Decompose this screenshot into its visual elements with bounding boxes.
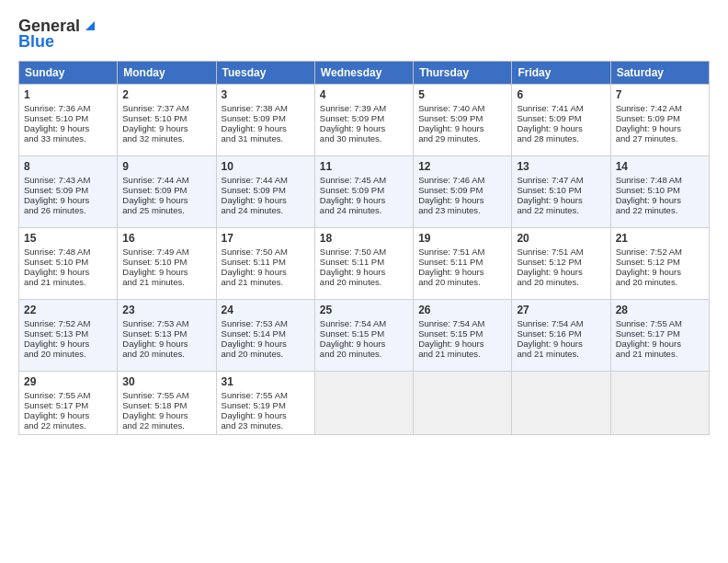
day-detail: Daylight: 9 hours	[24, 410, 112, 420]
day-detail: Sunset: 5:11 PM	[222, 257, 310, 267]
day-number: 4	[320, 88, 408, 101]
day-detail: Sunrise: 7:51 AM	[517, 247, 605, 257]
day-detail: Sunrise: 7:38 AM	[222, 103, 310, 113]
day-detail: Sunrise: 7:51 AM	[418, 247, 506, 257]
day-number: 29	[24, 375, 112, 388]
day-detail: Sunset: 5:12 PM	[616, 257, 704, 267]
day-detail: and 22 minutes.	[517, 205, 605, 215]
calendar-cell: 24Sunrise: 7:53 AMSunset: 5:14 PMDayligh…	[216, 300, 314, 372]
day-detail: Sunrise: 7:54 AM	[320, 318, 408, 328]
day-detail: Sunrise: 7:37 AM	[122, 103, 210, 113]
day-detail: Sunrise: 7:50 AM	[222, 247, 310, 257]
calendar-cell: 25Sunrise: 7:54 AMSunset: 5:15 PMDayligh…	[314, 300, 413, 372]
day-number: 28	[616, 304, 704, 316]
day-detail: Sunrise: 7:45 AM	[320, 175, 408, 185]
day-detail: Sunset: 5:17 PM	[616, 328, 704, 339]
day-detail: and 31 minutes.	[222, 133, 310, 144]
day-detail: Sunset: 5:13 PM	[122, 328, 210, 339]
day-detail: and 21 minutes.	[122, 277, 210, 287]
day-detail: Sunrise: 7:55 AM	[222, 390, 310, 400]
calendar-cell: 28Sunrise: 7:55 AMSunset: 5:17 PMDayligh…	[610, 300, 709, 372]
day-detail: Sunrise: 7:42 AM	[616, 103, 704, 113]
day-number: 19	[418, 232, 506, 245]
day-detail: Daylight: 9 hours	[222, 267, 310, 277]
day-number: 6	[517, 88, 605, 101]
day-detail: Daylight: 9 hours	[418, 195, 506, 205]
calendar-cell: 19Sunrise: 7:51 AMSunset: 5:11 PMDayligh…	[414, 228, 512, 300]
day-number: 23	[122, 304, 210, 316]
logo-blue: Blue	[18, 32, 54, 52]
day-detail: Sunset: 5:10 PM	[122, 113, 210, 123]
day-detail: Sunrise: 7:53 AM	[222, 318, 310, 328]
day-detail: Sunset: 5:19 PM	[222, 400, 310, 410]
day-detail: and 21 minutes.	[24, 277, 112, 287]
day-detail: Sunrise: 7:46 AM	[418, 175, 506, 185]
logo: General Blue	[18, 17, 98, 52]
day-detail: and 21 minutes.	[517, 349, 605, 359]
day-number: 30	[122, 375, 210, 388]
calendar-week-row: 15Sunrise: 7:48 AMSunset: 5:10 PMDayligh…	[19, 228, 710, 300]
day-detail: and 20 minutes.	[222, 349, 310, 359]
day-number: 21	[616, 232, 704, 245]
day-detail: Daylight: 9 hours	[24, 267, 112, 277]
day-number: 14	[616, 160, 704, 173]
day-detail: Daylight: 9 hours	[320, 267, 408, 277]
calendar-cell: 26Sunrise: 7:54 AMSunset: 5:15 PMDayligh…	[414, 300, 512, 372]
day-detail: Sunset: 5:12 PM	[517, 257, 605, 267]
day-detail: Sunset: 5:15 PM	[418, 328, 506, 339]
col-header-sunday: Sunday	[19, 62, 118, 85]
day-detail: Daylight: 9 hours	[24, 123, 112, 133]
day-detail: Sunset: 5:14 PM	[222, 328, 310, 339]
calendar-cell	[314, 372, 413, 435]
col-header-friday: Friday	[512, 62, 610, 85]
calendar-cell: 11Sunrise: 7:45 AMSunset: 5:09 PMDayligh…	[314, 156, 413, 228]
day-detail: Sunrise: 7:48 AM	[24, 247, 112, 257]
day-detail: Sunrise: 7:43 AM	[24, 175, 112, 185]
day-detail: Daylight: 9 hours	[320, 123, 408, 133]
calendar-cell: 1Sunrise: 7:36 AMSunset: 5:10 PMDaylight…	[19, 85, 118, 156]
day-detail: Sunrise: 7:41 AM	[517, 103, 605, 113]
calendar-cell: 23Sunrise: 7:53 AMSunset: 5:13 PMDayligh…	[118, 300, 216, 372]
day-detail: Sunset: 5:10 PM	[24, 257, 112, 267]
page: General Blue SundayMondayTuesdayWednesda…	[0, 0, 728, 563]
calendar-cell: 15Sunrise: 7:48 AMSunset: 5:10 PMDayligh…	[19, 228, 118, 300]
day-detail: Sunset: 5:17 PM	[24, 400, 112, 410]
day-number: 12	[418, 160, 506, 173]
day-detail: Daylight: 9 hours	[222, 339, 310, 349]
day-detail: Sunrise: 7:44 AM	[122, 175, 210, 185]
day-detail: Sunset: 5:09 PM	[616, 113, 704, 123]
calendar-week-row: 22Sunrise: 7:52 AMSunset: 5:13 PMDayligh…	[19, 300, 710, 372]
day-detail: Sunset: 5:11 PM	[320, 257, 408, 267]
day-detail: and 20 minutes.	[320, 349, 408, 359]
day-detail: and 33 minutes.	[24, 133, 112, 144]
day-detail: and 22 minutes.	[24, 420, 112, 431]
col-header-monday: Monday	[118, 62, 216, 85]
day-detail: Daylight: 9 hours	[222, 195, 310, 205]
calendar-cell	[414, 372, 512, 435]
day-detail: and 24 minutes.	[320, 205, 408, 215]
calendar-cell: 10Sunrise: 7:44 AMSunset: 5:09 PMDayligh…	[216, 156, 314, 228]
calendar-cell: 8Sunrise: 7:43 AMSunset: 5:09 PMDaylight…	[19, 156, 118, 228]
day-detail: Sunset: 5:10 PM	[517, 185, 605, 195]
calendar-cell: 13Sunrise: 7:47 AMSunset: 5:10 PMDayligh…	[512, 156, 610, 228]
day-detail: Sunset: 5:09 PM	[320, 185, 408, 195]
day-detail: Sunset: 5:09 PM	[24, 185, 112, 195]
day-detail: and 20 minutes.	[418, 277, 506, 287]
calendar-cell: 29Sunrise: 7:55 AMSunset: 5:17 PMDayligh…	[19, 372, 118, 435]
day-number: 31	[222, 375, 310, 388]
calendar-cell: 3Sunrise: 7:38 AMSunset: 5:09 PMDaylight…	[216, 85, 314, 156]
calendar-cell: 4Sunrise: 7:39 AMSunset: 5:09 PMDaylight…	[314, 85, 413, 156]
day-detail: Daylight: 9 hours	[418, 267, 506, 277]
day-detail: Daylight: 9 hours	[517, 123, 605, 133]
day-detail: Daylight: 9 hours	[616, 339, 704, 349]
calendar-cell: 30Sunrise: 7:55 AMSunset: 5:18 PMDayligh…	[118, 372, 216, 435]
day-detail: Daylight: 9 hours	[320, 339, 408, 349]
calendar-cell: 7Sunrise: 7:42 AMSunset: 5:09 PMDaylight…	[610, 85, 709, 156]
day-detail: Sunset: 5:16 PM	[517, 328, 605, 339]
day-number: 1	[24, 88, 112, 101]
col-header-tuesday: Tuesday	[216, 62, 314, 85]
header: General Blue	[18, 17, 710, 52]
day-detail: Sunset: 5:09 PM	[418, 185, 506, 195]
day-detail: and 23 minutes.	[222, 420, 310, 431]
day-detail: Daylight: 9 hours	[616, 195, 704, 205]
